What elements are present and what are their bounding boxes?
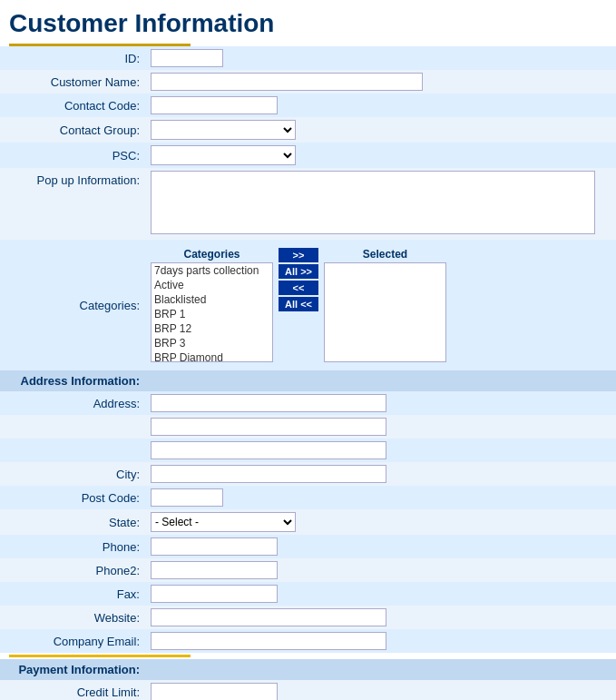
- fax-label: Fax:: [0, 582, 145, 606]
- city-label: City:: [0, 462, 145, 486]
- psc-label: PSC:: [0, 143, 145, 168]
- company-email-row: Company Email:: [0, 629, 616, 653]
- selected-list-box[interactable]: [324, 262, 446, 362]
- id-value-cell: [145, 46, 616, 70]
- contact-code-input[interactable]: [151, 96, 278, 114]
- phone2-label: Phone2:: [0, 558, 145, 582]
- payment-form: Payment Information: Credit Limit: Credi…: [0, 659, 616, 700]
- address-info-label: Address Information:: [0, 370, 145, 391]
- contact-group-select[interactable]: [151, 120, 296, 140]
- phone-input[interactable]: [151, 537, 278, 556]
- id-row: ID:: [0, 46, 616, 70]
- phone2-input[interactable]: [151, 561, 278, 579]
- customer-form: ID: Customer Name: Contact Code: Contact…: [0, 46, 616, 653]
- categories-row: Categories: Categories 7days parts colle…: [0, 240, 616, 370]
- selected-header: Selected: [324, 248, 446, 261]
- city-input[interactable]: [151, 465, 386, 483]
- address-info-row: Address Information:: [0, 370, 616, 391]
- state-label: State:: [0, 509, 145, 535]
- post-code-row: Post Code:: [0, 486, 616, 509]
- contact-group-row: Contact Group:: [0, 117, 616, 143]
- phone-row: Phone:: [0, 535, 616, 558]
- address-input-1[interactable]: [151, 394, 386, 412]
- id-label: ID:: [0, 46, 145, 70]
- fax-input[interactable]: [151, 585, 278, 603]
- popup-row: Pop up Information:: [0, 168, 616, 240]
- company-email-input[interactable]: [151, 632, 386, 650]
- cat-item-2[interactable]: Active: [152, 278, 272, 292]
- id-input[interactable]: [151, 49, 223, 67]
- psc-select[interactable]: [151, 145, 296, 165]
- website-row: Website:: [0, 606, 616, 629]
- address-row-1: Address:: [0, 391, 616, 415]
- post-code-input[interactable]: [151, 488, 223, 507]
- cat-item-3[interactable]: Blacklisted: [152, 292, 272, 307]
- backward-button[interactable]: <<: [279, 281, 318, 295]
- state-select[interactable]: - Select - ACT NSW NT QLD SA TAS VIC WA: [151, 512, 296, 532]
- customer-name-row: Customer Name:: [0, 70, 616, 94]
- contact-group-label: Contact Group:: [0, 117, 145, 143]
- forward-all-button[interactable]: All >>: [279, 264, 318, 279]
- page-title: Customer Information: [0, 0, 616, 44]
- company-email-label: Company Email:: [0, 629, 145, 653]
- popup-label: Pop up Information:: [0, 168, 145, 240]
- phone-label: Phone:: [0, 535, 145, 558]
- payment-info-row: Payment Information:: [0, 659, 616, 680]
- address-row-2: [0, 415, 616, 439]
- cat-item-1[interactable]: 7days parts collection: [152, 263, 272, 278]
- customer-name-label: Customer Name:: [0, 70, 145, 94]
- categories-container: Categories 7days parts collection Active…: [151, 242, 611, 368]
- payment-info-label: Payment Information:: [0, 659, 145, 680]
- website-label: Website:: [0, 606, 145, 629]
- categories-header: Categories: [151, 248, 273, 261]
- contact-code-row: Contact Code:: [0, 94, 616, 117]
- address-row-3: [0, 439, 616, 462]
- website-input[interactable]: [151, 608, 386, 626]
- cat-item-4[interactable]: BRP 1: [152, 307, 272, 321]
- phone2-row: Phone2:: [0, 558, 616, 582]
- contact-code-label: Contact Code:: [0, 94, 145, 117]
- payment-divider: [9, 655, 191, 657]
- credit-limit-input[interactable]: [151, 683, 278, 700]
- categories-left: Categories 7days parts collection Active…: [151, 248, 273, 362]
- forward-button[interactable]: >>: [279, 248, 318, 262]
- fax-row: Fax:: [0, 582, 616, 606]
- transfer-buttons: >> All >> << All <<: [277, 248, 320, 311]
- categories-list-box[interactable]: 7days parts collection Active Blackliste…: [151, 262, 273, 362]
- credit-limit-label: Credit Limit:: [0, 680, 145, 700]
- post-code-label: Post Code:: [0, 486, 145, 509]
- credit-limit-row: Credit Limit:: [0, 680, 616, 700]
- address-label: Address:: [0, 391, 145, 415]
- city-row: City:: [0, 462, 616, 486]
- customer-name-input[interactable]: [151, 73, 423, 91]
- address-input-3[interactable]: [151, 441, 386, 459]
- address-input-2[interactable]: [151, 418, 386, 436]
- categories-label: Categories:: [0, 240, 145, 370]
- popup-textarea[interactable]: [151, 171, 595, 234]
- state-row: State: - Select - ACT NSW NT QLD SA TAS …: [0, 509, 616, 535]
- cat-item-7[interactable]: BRP Diamond: [152, 350, 272, 362]
- cat-item-5[interactable]: BRP 12: [152, 321, 272, 336]
- backward-all-button[interactable]: All <<: [279, 297, 318, 311]
- psc-row: PSC:: [0, 143, 616, 168]
- categories-right: Selected: [324, 248, 446, 362]
- cat-item-6[interactable]: BRP 3: [152, 336, 272, 350]
